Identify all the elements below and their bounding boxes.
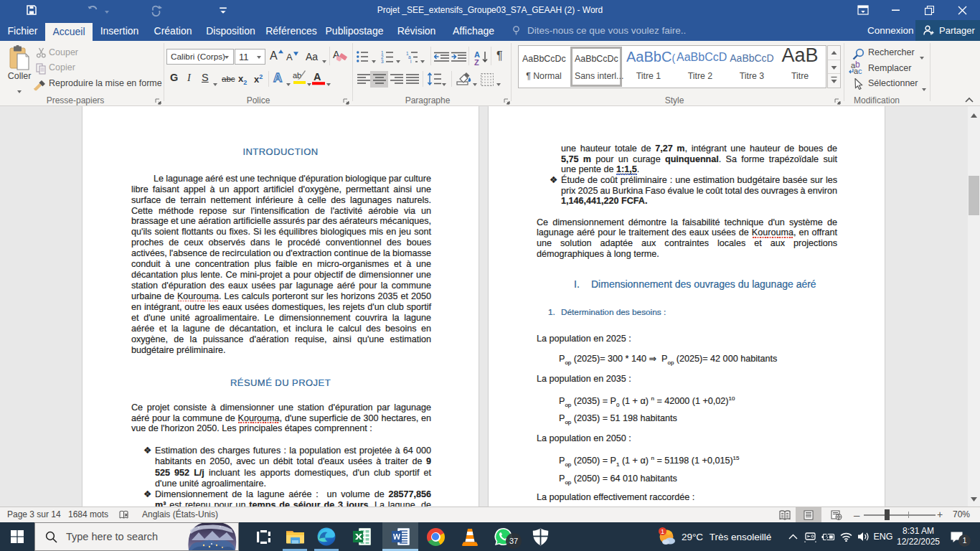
svg-text:i: i — [410, 59, 411, 63]
svg-text:1: 1 — [661, 528, 664, 535]
svg-text:3: 3 — [381, 59, 384, 63]
